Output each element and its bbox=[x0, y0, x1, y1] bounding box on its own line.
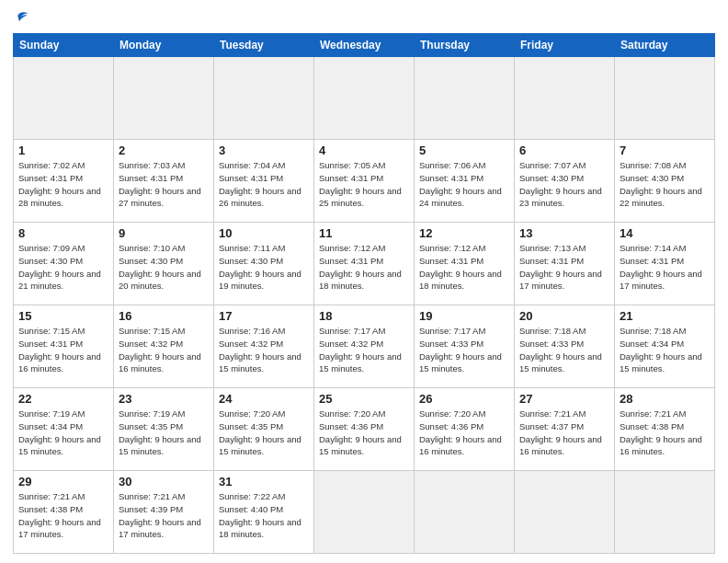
day-number: 27 bbox=[519, 392, 609, 406]
calendar-cell: 20Sunrise: 7:18 AM Sunset: 4:33 PM Dayli… bbox=[515, 305, 615, 388]
day-number: 3 bbox=[219, 144, 309, 157]
day-info: Sunrise: 7:18 AM Sunset: 4:34 PM Dayligh… bbox=[620, 325, 710, 375]
day-number: 7 bbox=[620, 144, 710, 157]
calendar-day-header: Tuesday bbox=[214, 34, 314, 57]
day-info: Sunrise: 7:13 AM Sunset: 4:31 PM Dayligh… bbox=[519, 242, 609, 293]
day-number: 14 bbox=[620, 226, 710, 240]
day-info: Sunrise: 7:12 AM Sunset: 4:31 PM Dayligh… bbox=[319, 242, 409, 293]
day-number: 20 bbox=[519, 309, 609, 323]
day-info: Sunrise: 7:12 AM Sunset: 4:31 PM Dayligh… bbox=[419, 242, 509, 293]
day-info: Sunrise: 7:21 AM Sunset: 4:37 PM Dayligh… bbox=[519, 408, 609, 458]
day-info: Sunrise: 7:02 AM Sunset: 4:31 PM Dayligh… bbox=[18, 159, 108, 210]
calendar-cell: 21Sunrise: 7:18 AM Sunset: 4:34 PM Dayli… bbox=[615, 305, 715, 388]
day-info: Sunrise: 7:05 AM Sunset: 4:31 PM Dayligh… bbox=[319, 159, 409, 210]
calendar-cell bbox=[314, 57, 415, 140]
calendar-cell: 15Sunrise: 7:15 AM Sunset: 4:31 PM Dayli… bbox=[14, 305, 114, 388]
day-info: Sunrise: 7:10 AM Sunset: 4:30 PM Dayligh… bbox=[119, 242, 209, 293]
logo-area bbox=[13, 9, 35, 28]
day-number: 4 bbox=[319, 144, 409, 157]
calendar-day-header: Friday bbox=[515, 34, 615, 57]
day-number: 24 bbox=[219, 392, 309, 406]
day-info: Sunrise: 7:17 AM Sunset: 4:32 PM Dayligh… bbox=[319, 325, 409, 375]
day-number: 13 bbox=[519, 226, 609, 240]
calendar-cell: 23Sunrise: 7:19 AM Sunset: 4:35 PM Dayli… bbox=[114, 388, 214, 471]
calendar-table: SundayMondayTuesdayWednesdayThursdayFrid… bbox=[13, 33, 715, 554]
day-number: 9 bbox=[119, 226, 209, 240]
calendar-cell: 5Sunrise: 7:06 AM Sunset: 4:31 PM Daylig… bbox=[415, 140, 515, 223]
calendar-cell: 28Sunrise: 7:21 AM Sunset: 4:38 PM Dayli… bbox=[615, 388, 715, 471]
day-number: 15 bbox=[18, 309, 108, 323]
calendar-day-header: Monday bbox=[114, 34, 214, 57]
day-number: 26 bbox=[419, 392, 509, 406]
calendar-cell: 27Sunrise: 7:21 AM Sunset: 4:37 PM Dayli… bbox=[515, 388, 615, 471]
calendar-cell: 3Sunrise: 7:04 AM Sunset: 4:31 PM Daylig… bbox=[214, 140, 314, 223]
calendar-cell: 8Sunrise: 7:09 AM Sunset: 4:30 PM Daylig… bbox=[14, 223, 114, 305]
calendar-cell: 9Sunrise: 7:10 AM Sunset: 4:30 PM Daylig… bbox=[114, 223, 214, 305]
calendar-cell: 24Sunrise: 7:20 AM Sunset: 4:35 PM Dayli… bbox=[214, 388, 314, 471]
calendar-cell: 6Sunrise: 7:07 AM Sunset: 4:30 PM Daylig… bbox=[515, 140, 615, 223]
day-number: 11 bbox=[319, 226, 409, 240]
calendar-cell: 22Sunrise: 7:19 AM Sunset: 4:34 PM Dayli… bbox=[14, 388, 114, 471]
logo-bird-icon bbox=[15, 9, 33, 28]
calendar-cell bbox=[14, 57, 114, 140]
day-number: 1 bbox=[18, 144, 108, 157]
day-info: Sunrise: 7:19 AM Sunset: 4:34 PM Dayligh… bbox=[18, 408, 108, 458]
day-info: Sunrise: 7:16 AM Sunset: 4:32 PM Dayligh… bbox=[219, 325, 309, 375]
calendar-cell: 16Sunrise: 7:15 AM Sunset: 4:32 PM Dayli… bbox=[114, 305, 214, 388]
calendar-cell: 14Sunrise: 7:14 AM Sunset: 4:31 PM Dayli… bbox=[615, 223, 715, 305]
calendar-cell: 25Sunrise: 7:20 AM Sunset: 4:36 PM Dayli… bbox=[314, 388, 415, 471]
calendar-cell: 2Sunrise: 7:03 AM Sunset: 4:31 PM Daylig… bbox=[114, 140, 214, 223]
day-info: Sunrise: 7:03 AM Sunset: 4:31 PM Dayligh… bbox=[119, 159, 209, 210]
calendar-cell: 26Sunrise: 7:20 AM Sunset: 4:36 PM Dayli… bbox=[415, 388, 515, 471]
day-info: Sunrise: 7:21 AM Sunset: 4:38 PM Dayligh… bbox=[18, 490, 108, 541]
day-info: Sunrise: 7:21 AM Sunset: 4:38 PM Dayligh… bbox=[620, 408, 710, 458]
calendar-cell: 11Sunrise: 7:12 AM Sunset: 4:31 PM Dayli… bbox=[314, 223, 415, 305]
day-number: 25 bbox=[319, 392, 409, 406]
calendar-week-row bbox=[14, 57, 715, 140]
calendar-header-row: SundayMondayTuesdayWednesdayThursdayFrid… bbox=[14, 34, 715, 57]
calendar-week-row: 29Sunrise: 7:21 AM Sunset: 4:38 PM Dayli… bbox=[14, 471, 715, 554]
calendar-cell: 4Sunrise: 7:05 AM Sunset: 4:31 PM Daylig… bbox=[314, 140, 415, 223]
calendar-day-header: Saturday bbox=[615, 34, 715, 57]
calendar-cell: 30Sunrise: 7:21 AM Sunset: 4:39 PM Dayli… bbox=[114, 471, 214, 554]
day-info: Sunrise: 7:20 AM Sunset: 4:36 PM Dayligh… bbox=[319, 408, 409, 458]
calendar-cell: 17Sunrise: 7:16 AM Sunset: 4:32 PM Dayli… bbox=[214, 305, 314, 388]
day-info: Sunrise: 7:08 AM Sunset: 4:30 PM Dayligh… bbox=[620, 159, 710, 210]
day-number: 8 bbox=[18, 226, 108, 240]
calendar-week-row: 1Sunrise: 7:02 AM Sunset: 4:31 PM Daylig… bbox=[14, 140, 715, 223]
day-number: 18 bbox=[319, 309, 409, 323]
calendar-cell bbox=[114, 57, 214, 140]
calendar-week-row: 15Sunrise: 7:15 AM Sunset: 4:31 PM Dayli… bbox=[14, 305, 715, 388]
calendar-cell: 13Sunrise: 7:13 AM Sunset: 4:31 PM Dayli… bbox=[515, 223, 615, 305]
day-number: 2 bbox=[119, 144, 209, 157]
day-number: 23 bbox=[119, 392, 209, 406]
calendar-cell bbox=[515, 471, 615, 554]
day-number: 21 bbox=[620, 309, 710, 323]
day-number: 30 bbox=[119, 475, 209, 488]
day-info: Sunrise: 7:21 AM Sunset: 4:39 PM Dayligh… bbox=[119, 490, 209, 541]
header bbox=[13, 9, 715, 28]
calendar-cell: 10Sunrise: 7:11 AM Sunset: 4:30 PM Dayli… bbox=[214, 223, 314, 305]
day-info: Sunrise: 7:22 AM Sunset: 4:40 PM Dayligh… bbox=[219, 490, 309, 541]
day-info: Sunrise: 7:14 AM Sunset: 4:31 PM Dayligh… bbox=[620, 242, 710, 293]
day-info: Sunrise: 7:20 AM Sunset: 4:35 PM Dayligh… bbox=[219, 408, 309, 458]
day-number: 31 bbox=[219, 475, 309, 488]
logo bbox=[13, 9, 35, 28]
calendar-cell bbox=[615, 471, 715, 554]
calendar-cell: 12Sunrise: 7:12 AM Sunset: 4:31 PM Dayli… bbox=[415, 223, 515, 305]
calendar-cell bbox=[314, 471, 415, 554]
day-number: 12 bbox=[419, 226, 509, 240]
calendar-cell bbox=[214, 57, 314, 140]
day-info: Sunrise: 7:17 AM Sunset: 4:33 PM Dayligh… bbox=[419, 325, 509, 375]
calendar-cell: 7Sunrise: 7:08 AM Sunset: 4:30 PM Daylig… bbox=[615, 140, 715, 223]
day-number: 29 bbox=[18, 475, 108, 488]
day-info: Sunrise: 7:15 AM Sunset: 4:32 PM Dayligh… bbox=[119, 325, 209, 375]
calendar-cell: 19Sunrise: 7:17 AM Sunset: 4:33 PM Dayli… bbox=[415, 305, 515, 388]
day-info: Sunrise: 7:20 AM Sunset: 4:36 PM Dayligh… bbox=[419, 408, 509, 458]
day-number: 17 bbox=[219, 309, 309, 323]
day-info: Sunrise: 7:18 AM Sunset: 4:33 PM Dayligh… bbox=[519, 325, 609, 375]
calendar-cell: 18Sunrise: 7:17 AM Sunset: 4:32 PM Dayli… bbox=[314, 305, 415, 388]
calendar-day-header: Thursday bbox=[415, 34, 515, 57]
calendar-cell: 1Sunrise: 7:02 AM Sunset: 4:31 PM Daylig… bbox=[14, 140, 114, 223]
calendar-week-row: 22Sunrise: 7:19 AM Sunset: 4:34 PM Dayli… bbox=[14, 388, 715, 471]
